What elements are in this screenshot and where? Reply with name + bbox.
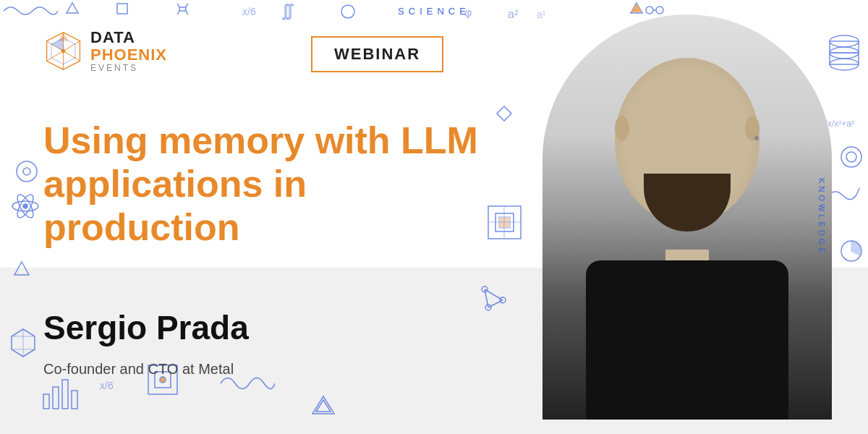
svg-rect-29 bbox=[62, 380, 68, 409]
phoenix-gem-icon bbox=[43, 31, 83, 71]
deco-helix-top bbox=[174, 0, 192, 18]
deco-atom-left bbox=[11, 192, 40, 221]
deco-barchart-bottomleft bbox=[40, 376, 80, 412]
deco-donut-right bbox=[839, 145, 864, 170]
speaker-photo bbox=[528, 0, 832, 434]
speaker-earring bbox=[754, 136, 759, 140]
svg-marker-22 bbox=[14, 262, 29, 275]
right-side-knowledge-text: KNOWLEDGE bbox=[817, 178, 826, 256]
title-line2: applications in production bbox=[43, 163, 492, 250]
svg-line-51 bbox=[488, 300, 503, 307]
deco-tri-tl bbox=[65, 1, 80, 14]
svg-text:∫∫: ∫∫ bbox=[282, 1, 294, 20]
deco-phi-top: φ bbox=[463, 4, 479, 20]
svg-rect-27 bbox=[43, 394, 49, 409]
speaker-head bbox=[615, 58, 760, 224]
logo-data-text: DATA bbox=[90, 29, 167, 46]
speaker-ear-left bbox=[615, 116, 629, 141]
svg-marker-35 bbox=[316, 400, 331, 412]
speaker-name: Sergio Prada bbox=[43, 308, 249, 347]
svg-point-21 bbox=[23, 204, 27, 208]
svg-text:x/6: x/6 bbox=[100, 380, 114, 391]
deco-formula-top: x/6 bbox=[239, 4, 282, 18]
deco-diamond-right bbox=[495, 105, 514, 123]
deco-tri-bottom bbox=[311, 394, 336, 416]
photo-background bbox=[542, 14, 832, 420]
deco-circle-top bbox=[340, 4, 356, 20]
deco-formula-bottomleft: x/6 bbox=[98, 376, 127, 394]
svg-point-4 bbox=[341, 5, 354, 18]
logo-events-text: EVENTS bbox=[90, 64, 167, 73]
svg-marker-42 bbox=[497, 106, 511, 121]
svg-point-44 bbox=[846, 152, 856, 162]
main-title: Using memory with LLM applications in pr… bbox=[43, 119, 492, 249]
svg-text:a²: a² bbox=[508, 8, 519, 20]
logo-text: DATA PHOENIX EVENTS bbox=[90, 29, 167, 74]
deco-sq-tl bbox=[116, 2, 129, 15]
svg-rect-30 bbox=[72, 391, 77, 409]
logo-phoenix: DATA PHOENIX EVENTS bbox=[43, 29, 167, 74]
logo-phoenix-text: PHOENIX bbox=[90, 46, 167, 64]
svg-point-43 bbox=[841, 147, 861, 167]
deco-tri-left-bottom bbox=[13, 260, 31, 276]
svg-rect-1 bbox=[117, 4, 127, 14]
svg-point-16 bbox=[17, 161, 37, 182]
speaker-shirt bbox=[586, 260, 788, 420]
logo-area: DATA PHOENIX EVENTS bbox=[43, 29, 167, 74]
webinar-badge: WEBINAR bbox=[311, 36, 443, 72]
svg-marker-67 bbox=[51, 38, 64, 51]
title-line1: Using memory with LLM bbox=[43, 119, 492, 163]
svg-marker-0 bbox=[67, 3, 78, 13]
deco-integral-top: ∫∫ bbox=[282, 0, 318, 22]
deco-network-mid bbox=[477, 282, 514, 311]
svg-text:φ: φ bbox=[464, 7, 472, 19]
banner: SCIENCE x/6 ∫∫ φ bbox=[0, 0, 868, 434]
speaker-title: Co-founder and CTO at Metal bbox=[43, 361, 234, 378]
svg-line-50 bbox=[485, 289, 503, 300]
speaker-beard bbox=[644, 174, 731, 231]
svg-text:x/6: x/6 bbox=[242, 6, 256, 17]
svg-rect-28 bbox=[53, 387, 59, 409]
deco-cube-left bbox=[7, 326, 40, 358]
deco-wave-topleft bbox=[0, 0, 58, 18]
deco-circle-left bbox=[14, 159, 40, 184]
svg-point-17 bbox=[23, 168, 30, 175]
deco-pie-right bbox=[839, 239, 864, 264]
science-label: SCIENCE bbox=[398, 6, 470, 17]
svg-point-33 bbox=[160, 377, 166, 383]
